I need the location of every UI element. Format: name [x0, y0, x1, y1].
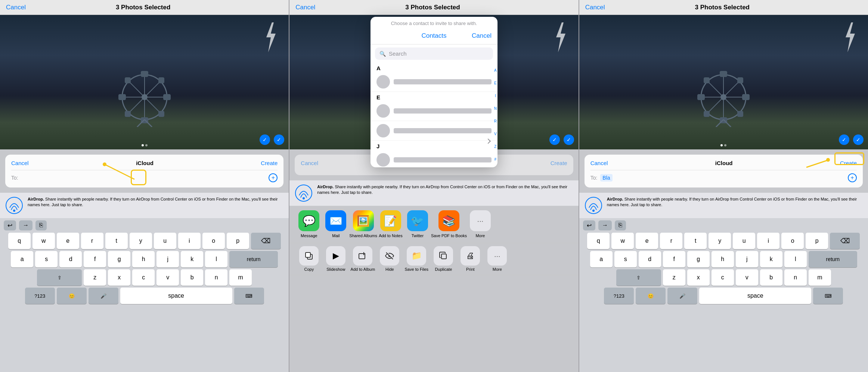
panel2-cancel-button[interactable]: Cancel — [295, 4, 315, 11]
panel2-contact-row[interactable] — [371, 72, 497, 92]
kb-key-p[interactable]: p — [227, 233, 249, 249]
panel2-share-albums[interactable]: 🖼️ Shared Albums — [349, 210, 377, 238]
p3-kb-key-e[interactable]: e — [636, 233, 658, 249]
panel2-share-books[interactable]: 📚 Save PDF to Books — [431, 210, 467, 238]
panel3-kb-paste[interactable]: ⎘ — [615, 220, 626, 230]
panel2-alpha-n[interactable]: N — [494, 107, 497, 111]
panel2-share-message[interactable]: 💬 Message — [295, 210, 322, 238]
kb-key-j[interactable]: j — [156, 251, 179, 267]
p3-kb-key-a[interactable]: a — [590, 251, 613, 267]
p3-kb-shift-key[interactable]: ⇧ — [616, 269, 661, 286]
kb-key-f[interactable]: f — [84, 251, 106, 267]
p3-kb-key-r[interactable]: r — [660, 233, 682, 249]
panel2-alpha-a[interactable]: A — [494, 69, 497, 72]
kb-key-a[interactable]: a — [11, 251, 33, 267]
kb-key-e[interactable]: e — [57, 233, 79, 249]
p3-kb-key-y[interactable]: y — [709, 233, 731, 249]
p3-kb-delete-key[interactable]: ⌫ — [830, 233, 860, 249]
p3-kb-key-k[interactable]: k — [760, 251, 782, 267]
kb-key-n[interactable]: n — [205, 269, 227, 286]
panel2-share-mail[interactable]: ✉️ Mail — [322, 210, 349, 238]
kb-key-r[interactable]: r — [81, 233, 103, 249]
panel1-cancel-button[interactable]: Cancel — [6, 4, 26, 11]
p3-kb-key-j[interactable]: j — [736, 251, 758, 267]
panel2-contact-row-e1[interactable] — [371, 101, 497, 121]
panel2-contact-search[interactable]: 🔍 Search — [375, 47, 493, 60]
panel2-alpha-r[interactable]: R — [494, 120, 497, 123]
kb-key-c[interactable]: c — [132, 269, 155, 286]
panel3-icloud-cancel[interactable]: Cancel — [590, 160, 608, 166]
kb-key-v[interactable]: v — [156, 269, 179, 286]
kb-keyboard-key[interactable]: ⌨ — [234, 288, 264, 304]
kb-key-o[interactable]: o — [202, 233, 225, 249]
kb-key-s[interactable]: s — [35, 251, 58, 267]
panel2-alpha-i[interactable]: I — [495, 94, 496, 98]
p3-kb-key-q[interactable]: q — [587, 233, 610, 249]
panel1-icloud-cancel[interactable]: Cancel — [11, 160, 29, 166]
p3-kb-emoji-key[interactable]: 😊 — [636, 288, 666, 304]
p3-kb-key-s[interactable]: s — [614, 251, 637, 267]
kb-key-d[interactable]: d — [59, 251, 82, 267]
panel2-alpha-z[interactable]: Z — [494, 145, 496, 149]
kb-key-k[interactable]: k — [181, 251, 203, 267]
p3-kb-mic-key[interactable]: 🎤 — [667, 288, 697, 304]
panel2-action-duplicate[interactable]: Duplicate — [430, 246, 457, 272]
panel1-kb-paste[interactable]: ⎘ — [35, 220, 47, 230]
p3-kb-key-v[interactable]: v — [736, 269, 758, 286]
kb-key-h[interactable]: h — [132, 251, 155, 267]
p3-kb-numbers-key[interactable]: ?123 — [604, 288, 634, 304]
panel2-contact-row-j[interactable] — [371, 150, 497, 167]
panel2-share-notes[interactable]: 📝 Add to Notes — [377, 210, 404, 238]
panel3-icloud-create[interactable]: Create — [840, 160, 857, 166]
p3-kb-key-i[interactable]: i — [757, 233, 779, 249]
kb-key-g[interactable]: g — [108, 251, 130, 267]
panel2-action-print[interactable]: 🖨 Print — [457, 246, 484, 272]
p3-kb-key-o[interactable]: o — [781, 233, 804, 249]
p3-kb-key-w[interactable]: w — [611, 233, 634, 249]
kb-key-m[interactable]: m — [229, 269, 252, 286]
kb-mic-key[interactable]: 🎤 — [89, 288, 118, 304]
p3-kb-return-key[interactable]: return — [809, 251, 857, 267]
panel2-contact-row-e2[interactable] — [371, 121, 497, 141]
p3-kb-key-f[interactable]: f — [663, 251, 685, 267]
kb-numbers-key[interactable]: ?123 — [25, 288, 55, 304]
panel2-alpha-hash[interactable]: # — [495, 158, 497, 161]
kb-key-b[interactable]: b — [181, 269, 203, 286]
panel2-alpha-v[interactable]: V — [494, 132, 497, 136]
kb-shift-key[interactable]: ⇧ — [37, 269, 82, 286]
p3-kb-key-b[interactable]: b — [760, 269, 782, 286]
kb-key-w[interactable]: w — [32, 233, 55, 249]
kb-key-i[interactable]: i — [178, 233, 201, 249]
kb-key-l[interactable]: l — [205, 251, 227, 267]
p3-kb-key-z[interactable]: z — [663, 269, 685, 286]
kb-key-u[interactable]: u — [154, 233, 176, 249]
panel2-contacts-tab[interactable]: Contacts — [421, 32, 446, 40]
p3-kb-key-d[interactable]: d — [639, 251, 661, 267]
kb-delete-key[interactable]: ⌫ — [251, 233, 281, 249]
panel2-action-slideshow[interactable]: ▶ Slideshow — [322, 246, 349, 272]
kb-key-q[interactable]: q — [8, 233, 31, 249]
kb-space-key[interactable]: space — [120, 288, 232, 304]
p3-kb-space-key[interactable]: space — [699, 288, 811, 304]
panel2-action-copy[interactable]: Copy — [295, 246, 322, 272]
p3-kb-key-l[interactable]: l — [784, 251, 807, 267]
kb-key-t[interactable]: t — [105, 233, 128, 249]
panel2-share-more1[interactable]: ··· More — [467, 210, 494, 238]
kb-return-key[interactable]: return — [229, 251, 278, 267]
panel3-kb-undo[interactable]: ↩ — [583, 220, 595, 230]
panel3-cancel-button[interactable]: Cancel — [585, 4, 605, 11]
panel2-action-add-album[interactable]: Add to Album — [349, 246, 376, 272]
p3-kb-key-c[interactable]: c — [712, 269, 734, 286]
kb-key-x[interactable]: x — [108, 269, 130, 286]
panel1-add-contact-button[interactable]: + — [269, 173, 278, 182]
p3-kb-key-m[interactable]: m — [809, 269, 831, 286]
kb-emoji-key[interactable]: 😊 — [57, 288, 87, 304]
kb-key-y[interactable]: y — [130, 233, 152, 249]
p3-kb-key-n[interactable]: n — [784, 269, 807, 286]
panel3-kb-redo[interactable]: → — [598, 220, 612, 230]
panel1-kb-redo[interactable]: → — [19, 220, 32, 230]
p3-kb-key-u[interactable]: u — [733, 233, 755, 249]
p3-kb-key-g[interactable]: g — [687, 251, 710, 267]
p3-kb-key-p[interactable]: p — [806, 233, 828, 249]
p3-kb-key-t[interactable]: t — [684, 233, 707, 249]
